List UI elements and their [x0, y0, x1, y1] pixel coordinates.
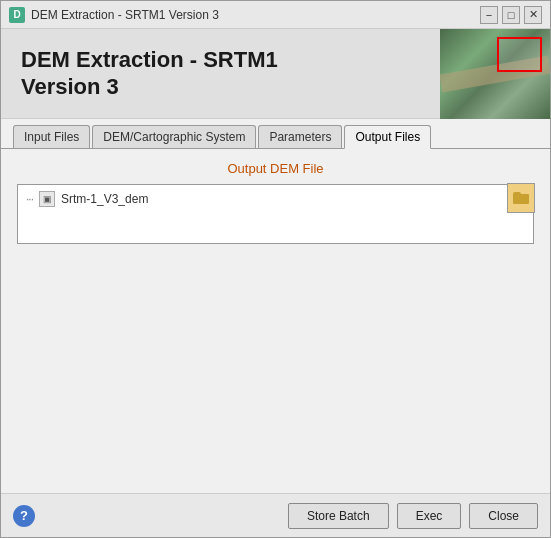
- output-file-row: ··· ▣ Srtm-1_V3_dem: [26, 191, 148, 207]
- tabs-bar: Input Files DEM/Cartographic System Para…: [1, 119, 550, 149]
- tab-parameters[interactable]: Parameters: [258, 125, 342, 148]
- exec-button[interactable]: Exec: [397, 503, 462, 529]
- output-file-box: ··· ▣ Srtm-1_V3_dem: [17, 184, 534, 244]
- file-dots: ···: [26, 192, 33, 206]
- output-dem-file-label: Output DEM File: [17, 161, 534, 176]
- header-text-area: DEM Extraction - SRTM1 Version 3: [1, 29, 440, 118]
- maximize-button[interactable]: □: [502, 6, 520, 24]
- app-title: DEM Extraction - SRTM1 Version 3: [21, 47, 278, 100]
- tab-output-files[interactable]: Output Files: [344, 125, 431, 149]
- file-icon: ▣: [39, 191, 55, 207]
- help-button[interactable]: ?: [13, 505, 35, 527]
- main-window: D DEM Extraction - SRTM1 Version 3 − □ ✕…: [0, 0, 551, 538]
- app-icon: D: [9, 7, 25, 23]
- title-bar-controls: − □ ✕: [480, 6, 542, 24]
- output-file-name: Srtm-1_V3_dem: [61, 192, 148, 206]
- window-title: DEM Extraction - SRTM1 Version 3: [31, 8, 480, 22]
- folder-icon: [513, 192, 529, 204]
- bottom-bar: ? Store Batch Exec Close: [1, 493, 550, 537]
- action-buttons: Store Batch Exec Close: [288, 503, 538, 529]
- content-area: Output DEM File ··· ▣ Srtm-1_V3_dem: [1, 149, 550, 493]
- store-batch-button[interactable]: Store Batch: [288, 503, 389, 529]
- title-bar: D DEM Extraction - SRTM1 Version 3 − □ ✕: [1, 1, 550, 29]
- content-spacer: [17, 244, 534, 481]
- selection-box: [497, 37, 542, 72]
- header-image: [440, 29, 550, 119]
- browse-folder-button[interactable]: [507, 183, 535, 213]
- close-button[interactable]: Close: [469, 503, 538, 529]
- tab-dem-cartographic[interactable]: DEM/Cartographic System: [92, 125, 256, 148]
- tab-input-files[interactable]: Input Files: [13, 125, 90, 148]
- minimize-button[interactable]: −: [480, 6, 498, 24]
- header-section: DEM Extraction - SRTM1 Version 3: [1, 29, 550, 119]
- window-close-button[interactable]: ✕: [524, 6, 542, 24]
